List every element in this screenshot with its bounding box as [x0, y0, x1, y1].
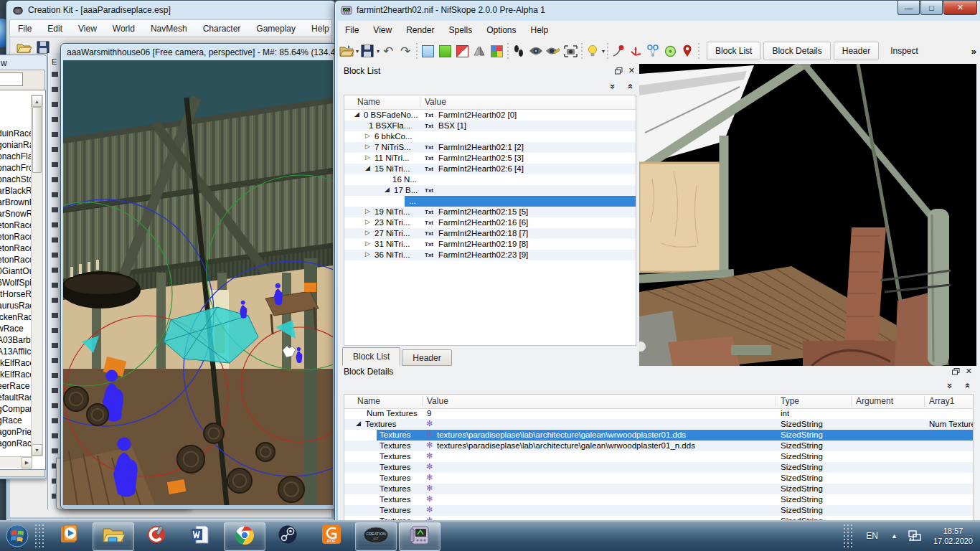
open-file-icon[interactable] — [338, 42, 355, 60]
dock-tab-header[interactable]: Header — [402, 349, 451, 366]
branch-closed-icon[interactable]: ▷ — [365, 240, 370, 247]
toolbar-button-inspect[interactable]: Inspect — [882, 42, 927, 60]
race-list-item[interactable]: agonRac — [0, 438, 31, 449]
block-list-row[interactable]: ... — [344, 196, 636, 207]
scroll-down-arrow[interactable]: ▼ — [32, 444, 42, 456]
nif-3d-viewport[interactable] — [639, 64, 976, 366]
ck-menu-edit[interactable]: Edit — [39, 24, 70, 34]
location-pin-icon[interactable] — [679, 42, 696, 60]
race-list-item[interactable]: arSnowR — [0, 208, 31, 220]
taskbar-button-foxit-pdf[interactable]: PDF — [311, 522, 352, 550]
vertex-pin-icon[interactable] — [610, 42, 627, 60]
toolbar-button-block-details[interactable]: Block Details — [763, 42, 830, 60]
col-name[interactable]: Name — [357, 97, 380, 107]
race-list-item[interactable]: A03Barba: — [0, 334, 31, 346]
block-details-header[interactable]: Name Value Type Argument Array1 — [344, 395, 973, 409]
col-value[interactable]: Value — [425, 97, 446, 107]
cube-green-icon[interactable] — [436, 42, 453, 60]
block-list-row[interactable]: ▷11 NiTri...TxtFarmInt2Hearth02:5 [3] — [344, 153, 636, 164]
toolbar-overflow-chevron[interactable]: » — [971, 46, 976, 57]
race-list-item[interactable]: aurusRac — [0, 300, 31, 311]
collapse-all-icon[interactable]: » — [961, 383, 972, 388]
nif-menu-spells[interactable]: Spells — [442, 25, 480, 35]
taskbar-button-ccleaner[interactable] — [136, 522, 176, 550]
race-list-item[interactable]: etonRace — [0, 231, 31, 242]
race-list-item[interactable]: wRace — [0, 323, 31, 334]
race-list-item[interactable]: onachFla — [0, 151, 31, 162]
block-list-row[interactable]: ▷31 NiTri...TxtFarmInt2Hearth02:19 [8] — [344, 239, 636, 250]
race-list-item[interactable]: etonRace — [0, 242, 31, 254]
scroll-up-arrow[interactable]: ▲ — [32, 95, 42, 107]
race-list-item[interactable]: gRace — [0, 415, 31, 426]
race-list-item[interactable]: A13Afflicte — [0, 346, 31, 357]
race-list-item[interactable]: onachFrc — [0, 162, 31, 174]
block-list-row[interactable]: ▷7 NiTriS...TxtFarmInt2Hearth02:1 [2] — [344, 142, 636, 153]
minimize-button[interactable]: — — [897, 1, 920, 15]
branch-open-icon[interactable]: ◢ — [365, 164, 370, 171]
branch-closed-icon[interactable]: ▷ — [365, 143, 370, 150]
flip-normals-icon[interactable] — [471, 42, 488, 60]
block-details-row[interactable]: Textures✻SizedString — [344, 505, 973, 516]
block-details-row[interactable]: Textures✻textures\paradiseplase\lab\arch… — [344, 430, 973, 441]
race-list-item[interactable]: rtHorseR. — [0, 288, 31, 300]
object-filter-input[interactable] — [0, 72, 23, 86]
axes-icon[interactable] — [627, 42, 644, 60]
nif-menu-file[interactable]: File — [338, 25, 366, 35]
race-list[interactable]: duinRacegonianRaonachFlaonachFrconachStc… — [0, 128, 31, 449]
branch-closed-icon[interactable]: ▷ — [365, 229, 370, 236]
nif-menu-help[interactable]: Help — [524, 25, 556, 35]
collapse-all-icon[interactable]: » — [624, 84, 635, 89]
clock[interactable]: 18:57 17.02.2020 — [926, 526, 980, 546]
render-window-titlebar[interactable]: aaaWarsmithhouse06 [Free camera, perspec… — [61, 44, 336, 60]
block-details-row[interactable]: Textures✻SizedString — [344, 451, 973, 462]
float-panel-icon[interactable] — [952, 368, 960, 375]
cube-multi-icon[interactable] — [488, 42, 505, 60]
col-argument[interactable]: Argument — [856, 396, 893, 406]
undo-icon[interactable]: ↶ — [380, 42, 397, 60]
race-list-item[interactable]: arBrownF — [0, 197, 31, 208]
creation-kit-titlebar[interactable]: Creation Kit - [aaaParadiseplace.esp] — [6, 1, 335, 19]
ck-menu-help[interactable]: Help — [303, 24, 337, 34]
branch-closed-icon[interactable]: ▷ — [365, 207, 370, 215]
block-list-row[interactable]: 1 BSXFla...TxtBSX [1] — [344, 121, 636, 131]
scroll-thumb[interactable] — [32, 107, 42, 173]
ck-3d-viewport[interactable] — [63, 60, 333, 505]
taskbar-button-explorer[interactable] — [93, 522, 134, 551]
race-list-item[interactable]: etonRace — [0, 254, 31, 265]
branch-closed-icon[interactable]: ▷ — [365, 132, 370, 139]
show-markers-icon[interactable] — [644, 42, 661, 60]
block-list-row[interactable]: 16 N... — [344, 174, 636, 185]
block-list-row[interactable]: ▷36 NiTri...TxtFarmInt2Hearth02:23 [9] — [344, 250, 636, 260]
taskbar-button-creation-kit[interactable]: CREATIONKIT — [355, 522, 397, 551]
block-list-row[interactable]: ▷23 NiTri...TxtFarmInt2Hearth02:16 [6] — [344, 217, 636, 228]
block-details-row[interactable]: ◢Textures✻SizedStringNum Textures — [344, 419, 973, 430]
taskbar-button-nifskope[interactable] — [399, 522, 440, 551]
ck-menu-gameplay[interactable]: Gameplay — [248, 24, 303, 34]
show-hidden-icons-chevron[interactable]: ▲ — [885, 532, 903, 540]
taskbar-button-word[interactable] — [180, 522, 220, 550]
col-array1[interactable]: Array1 — [929, 396, 954, 406]
block-details-row[interactable]: Textures✻SizedString — [344, 494, 973, 505]
taskbar-button-chrome[interactable] — [224, 522, 265, 551]
race-list-item[interactable]: arBlackR — [0, 185, 31, 197]
block-list-row[interactable]: ▷27 NiTri...TxtFarmInt2Hearth02:18 [7] — [344, 228, 636, 239]
ck-menu-world[interactable]: World — [105, 24, 143, 34]
race-list-item[interactable]: rkElfRace — [0, 369, 31, 380]
race-list-item[interactable]: etonRace — [0, 220, 31, 231]
taskbar-button-steam[interactable] — [268, 522, 308, 550]
block-details-row[interactable]: Textures✻textures\paradiseplase\lab\arch… — [344, 441, 973, 451]
block-details-row[interactable]: Num Textures9int — [344, 408, 973, 419]
nif-menu-render[interactable]: Render — [399, 25, 441, 35]
redo-icon[interactable]: ↷ — [397, 42, 414, 60]
start-button[interactable] — [1, 522, 33, 550]
block-details-row[interactable]: Textures✻SizedString — [344, 473, 973, 484]
ck-menu-character[interactable]: Character — [195, 24, 249, 34]
race-list-item[interactable]: onachStc — [0, 174, 31, 185]
branch-closed-icon[interactable]: ▷ — [365, 250, 370, 258]
block-list-row[interactable]: ▷19 NiTri...TxtFarmInt2Hearth02:15 [5] — [344, 207, 636, 217]
toolbar-button-block-list[interactable]: Block List — [707, 42, 760, 60]
ck-menu-navmesh[interactable]: NavMesh — [143, 24, 195, 34]
race-list-item[interactable]: ickenRac — [0, 311, 31, 323]
branch-closed-icon[interactable]: ▷ — [365, 154, 370, 161]
edit-eye-icon[interactable] — [545, 42, 562, 60]
